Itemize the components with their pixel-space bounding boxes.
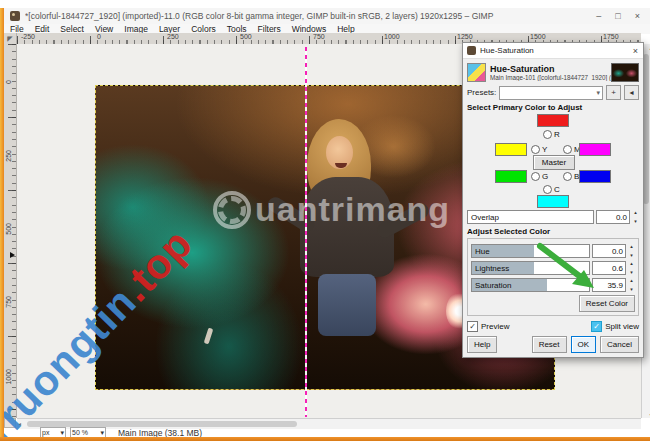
vertical-ruler: 0 250 500 750 1000 <box>4 44 17 418</box>
radio-icon <box>543 130 552 139</box>
maximize-button[interactable]: □ <box>615 11 620 21</box>
preview-label: Preview <box>481 322 509 331</box>
reset-color-button[interactable]: Reset Color <box>579 295 635 312</box>
zoom-value: 50 % <box>72 429 88 436</box>
overlap-slider[interactable]: Overlap <box>467 210 594 224</box>
channel-r-radio[interactable]: R <box>543 130 560 139</box>
window-title: *[colorful-1844727_1920] (imported)-11.0… <box>25 11 596 21</box>
presets-label: Presets: <box>467 88 496 97</box>
select-primary-label: Select Primary Color to Adjust <box>467 103 639 112</box>
chevron-down-icon: ▾ <box>60 429 64 437</box>
spin-down-icon[interactable]: ▾ <box>628 287 635 292</box>
chevron-down-icon: ▾ <box>100 429 104 437</box>
ruler-label: 0 <box>5 80 12 84</box>
channel-b-radio[interactable]: B <box>563 172 579 181</box>
ruler-label: 250 <box>5 150 12 162</box>
dialog-title: Hue-Saturation <box>480 46 633 55</box>
hue-saturation-tool-icon <box>467 63 486 82</box>
checkbox-checked-icon: ✓ <box>591 321 602 332</box>
master-channel-button[interactable]: Master <box>533 155 575 170</box>
ruler-label: 1000 <box>384 33 400 40</box>
unit-value: px <box>42 429 49 436</box>
channel-y-label: Y <box>542 145 547 154</box>
add-preset-button[interactable]: + <box>606 85 621 100</box>
spin-up-icon[interactable]: ▴ <box>632 210 639 215</box>
cancel-button[interactable]: Cancel <box>600 336 639 353</box>
overlap-value[interactable]: 0.0 <box>596 210 630 224</box>
watermark-quantrimang: uantrimang <box>213 190 450 229</box>
hue-spinner[interactable]: ▴ ▾ <box>628 244 635 258</box>
split-view-checkbox[interactable]: ✓ Split view <box>591 321 639 332</box>
frame-border <box>0 437 650 441</box>
photo-smoke-stick <box>204 328 214 345</box>
channel-y-radio[interactable]: Y <box>531 145 547 154</box>
gimp-window: *[colorful-1844727_1920] (imported)-11.0… <box>0 0 650 441</box>
channel-c-label: C <box>554 185 560 194</box>
ruler-label: 500 <box>5 223 12 235</box>
hue-saturation-dialog: Hue-Saturation × Hue-Saturation Main Ima… <box>462 42 644 358</box>
radio-icon <box>531 172 540 181</box>
ruler-label: 1250 <box>457 33 473 40</box>
chevron-down-icon: ▾ <box>596 89 600 97</box>
spin-up-icon[interactable]: ▴ <box>628 261 635 266</box>
dialog-close-icon[interactable]: × <box>633 46 638 56</box>
preview-checkbox[interactable]: ✓ Preview <box>467 321 509 332</box>
split-view-label: Split view <box>605 322 639 331</box>
radio-icon <box>563 145 572 154</box>
overlap-spinner[interactable]: ▴ ▾ <box>632 210 639 224</box>
spin-up-icon[interactable]: ▴ <box>628 278 635 283</box>
dialog-header-title: Hue-Saturation <box>490 64 611 74</box>
spin-down-icon[interactable]: ▾ <box>628 253 635 258</box>
plus-icon: + <box>611 88 616 97</box>
ruler-label: 1750 <box>603 33 619 40</box>
green-swatch <box>495 170 527 183</box>
scroll-up-icon[interactable]: ▴ <box>647 44 650 51</box>
split-view-divider[interactable] <box>305 47 307 417</box>
channel-selector: R Y M Master G <box>467 114 639 207</box>
ruler-label: 250 <box>167 33 179 40</box>
saturation-label: Saturation <box>475 281 511 290</box>
horizontal-scrollbar-thumb[interactable] <box>27 421 297 427</box>
overlap-label: Overlap <box>471 213 499 222</box>
status-bar: px ▾ 50 % ▾ Main Image (38.1 MB) <box>4 428 650 437</box>
status-message: Main Image (38.1 MB) <box>118 428 202 438</box>
dialog-title-bar[interactable]: Hue-Saturation × <box>463 43 643 59</box>
yellow-swatch <box>495 143 527 156</box>
help-button[interactable]: Help <box>467 336 497 353</box>
radio-icon <box>531 145 540 154</box>
dialog-header-subtitle: Main Image-101 ([colorful-1844727_1920] … <box>490 74 611 81</box>
ruler-position-marker <box>10 252 15 258</box>
radio-icon <box>563 172 572 181</box>
hue-label: Hue <box>475 247 490 256</box>
ok-button[interactable]: OK <box>571 336 597 353</box>
channel-r-label: R <box>554 130 560 139</box>
spin-down-icon[interactable]: ▾ <box>632 219 639 224</box>
ruler-label: 750 <box>313 33 325 40</box>
lightness-label: Lightness <box>475 264 509 273</box>
dialog-icon <box>467 46 476 55</box>
scroll-down-icon[interactable]: ▾ <box>647 411 650 418</box>
close-button[interactable]: × <box>635 11 640 21</box>
channel-g-label: G <box>542 172 548 181</box>
annotation-arrow-icon <box>536 242 602 294</box>
minimize-button[interactable]: – <box>596 11 601 21</box>
channel-c-radio[interactable]: C <box>543 185 560 194</box>
adjust-selected-label: Adjust Selected Color <box>467 227 639 236</box>
spin-down-icon[interactable]: ▾ <box>628 270 635 275</box>
reset-button[interactable]: Reset <box>532 336 567 353</box>
preset-menu-button[interactable]: ◂ <box>624 85 639 100</box>
ruler-label: 1500 <box>530 33 546 40</box>
ruler-label: 0 <box>97 33 101 40</box>
lightness-spinner[interactable]: ▴ ▾ <box>628 261 635 275</box>
blue-swatch <box>579 170 611 183</box>
checkbox-icon: ✓ <box>467 321 478 332</box>
presets-dropdown[interactable]: ▾ <box>499 86 603 100</box>
ruler-label: 500 <box>240 33 252 40</box>
red-swatch <box>537 114 569 127</box>
saturation-spinner[interactable]: ▴ ▾ <box>628 278 635 292</box>
ruler-label: 750 <box>5 296 12 308</box>
channel-g-radio[interactable]: G <box>531 172 548 181</box>
master-label: Master <box>542 158 566 167</box>
preset-menu-icon: ◂ <box>629 88 633 97</box>
spin-up-icon[interactable]: ▴ <box>628 244 635 249</box>
